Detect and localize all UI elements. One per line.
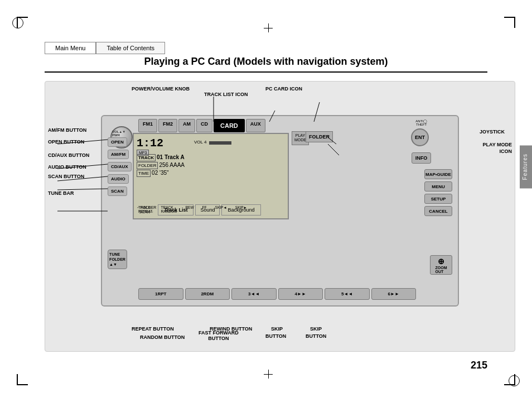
svg-line-4 bbox=[328, 144, 339, 155]
playback-buttons: 1RPT 2RDM 3◄◄ 4►► 5◄◄ 6►► bbox=[138, 288, 416, 300]
label-tune-bar: TUNE BAR bbox=[48, 190, 74, 196]
folder-line: FOLDER256 AAAA bbox=[137, 162, 185, 168]
top-nav: Main Menu Table of Contents bbox=[45, 42, 165, 54]
device-panel: VOL▲▼PWR FM1 FM2 AM CD CARD AUX 1:12 VOL… bbox=[101, 115, 459, 307]
label-pc-card-icon: PC CARD ICON bbox=[265, 86, 302, 92]
svg-line-2 bbox=[269, 111, 275, 122]
tune-folder-button[interactable]: TUNEFOLDER▲▼ bbox=[108, 250, 127, 269]
setup-button[interactable]: SETUP bbox=[424, 194, 452, 204]
label-skip-left: SKIP bbox=[271, 326, 283, 332]
crosshair-top bbox=[264, 23, 273, 32]
label-joystick: JOYSTICK bbox=[480, 129, 505, 135]
label-power-volume-knob: POWER/VOLUME KNOB bbox=[132, 86, 190, 92]
sub-labels-row: TRACKREPEAT TRACKRANDOM REW FF SKIP◄ SKI… bbox=[138, 205, 247, 213]
time-label: TIME bbox=[137, 170, 151, 177]
btn-6skip[interactable]: 6►► bbox=[371, 288, 417, 300]
cd-button[interactable]: CD bbox=[196, 119, 212, 132]
btn-3rew[interactable]: 3◄◄ bbox=[231, 288, 277, 300]
label-button-left: BUTTON bbox=[265, 333, 286, 339]
label-skip-right: SKIP bbox=[310, 326, 322, 332]
vol-label: VOL▲▼PWR bbox=[112, 130, 125, 137]
cdaux-button[interactable]: CD/AUX bbox=[108, 162, 132, 171]
btn-2rdm[interactable]: 2RDM bbox=[185, 288, 230, 300]
menu-button[interactable]: MENU bbox=[424, 181, 452, 192]
fm1-button[interactable]: FM1 bbox=[138, 119, 157, 132]
side-tab: Features bbox=[520, 145, 532, 188]
screen-time: 1:12 bbox=[137, 137, 163, 150]
diagram-area: POWER/VOLUME KNOB PC CARD ICON TRACK LIS… bbox=[45, 81, 515, 352]
btn-5skip[interactable]: 5◄◄ bbox=[325, 288, 370, 300]
track-line: TRACK01 Track A bbox=[137, 154, 185, 160]
track-label: TRACK bbox=[137, 154, 156, 161]
am-button[interactable]: AM bbox=[178, 119, 195, 132]
page-title: Playing a PC Card (Models with navigatio… bbox=[0, 56, 532, 68]
audio-button[interactable]: AUDIO bbox=[108, 174, 129, 184]
aux-button[interactable]: AUX bbox=[246, 119, 265, 132]
zoom-label: ZOOMOUT bbox=[436, 266, 447, 274]
corner-mark-tr bbox=[504, 17, 515, 28]
title-underline bbox=[45, 71, 487, 73]
corner-mark-bl bbox=[17, 374, 28, 385]
label-scan-button: SCAN BUTTON bbox=[48, 174, 84, 179]
ent-button[interactable]: ENT bbox=[411, 128, 429, 146]
label-repeat-button: REPEAT BUTTON bbox=[132, 326, 174, 332]
amfm-button[interactable]: AM/FM bbox=[108, 150, 129, 159]
page-number: 215 bbox=[471, 360, 487, 371]
btn-4ff[interactable]: 4►► bbox=[278, 288, 323, 300]
crosshair-circle-br bbox=[509, 375, 520, 386]
time-line: TIME02 '35" bbox=[137, 170, 169, 176]
map-guide-button[interactable]: MAP•GUIDE bbox=[424, 169, 452, 179]
main-menu-button[interactable]: Main Menu bbox=[45, 42, 96, 54]
crosshair-circle-tl bbox=[12, 17, 23, 28]
btn-1rpt[interactable]: 1RPT bbox=[138, 288, 183, 300]
label-amfm-button: AM/FM BUTTON bbox=[48, 127, 86, 133]
label-open-button: OPEN BUTTON bbox=[48, 139, 84, 145]
label-track-list-icon: TRACK LIST ICON bbox=[204, 92, 248, 97]
screen-vol: VOL 4 bbox=[194, 140, 206, 145]
card-button[interactable]: CARD bbox=[214, 119, 245, 132]
label-fast-forward-button: FAST FORWARDBUTTON bbox=[199, 330, 239, 341]
svg-line-1 bbox=[314, 102, 320, 122]
source-buttons-row: FM1 FM2 AM CD CARD AUX bbox=[138, 119, 265, 132]
label-button-right: BUTTON bbox=[306, 333, 326, 339]
cancel-button[interactable]: CANCEL bbox=[424, 206, 452, 216]
svg-line-8 bbox=[57, 189, 108, 190]
anti-theft-label: ANTI◯THEFT bbox=[415, 119, 427, 126]
label-audio-button: AUDIO BUTTON bbox=[48, 164, 86, 170]
label-play-mode-icon: PLAY MODEICON bbox=[482, 142, 512, 155]
scan-button[interactable]: SCAN bbox=[108, 186, 127, 196]
info-button[interactable]: INFO bbox=[412, 152, 431, 164]
crosshair-bottom bbox=[264, 370, 273, 379]
open-button[interactable]: OPEN bbox=[108, 137, 127, 147]
zoom-out-button[interactable]: ⊕ ZOOMOUT bbox=[430, 255, 452, 275]
label-cd-aux-button: CD/AUX BUTTON bbox=[48, 152, 89, 158]
vol-bar bbox=[209, 141, 231, 145]
folder-button[interactable]: FOLDER bbox=[306, 131, 333, 142]
zoom-icon: ⊕ bbox=[438, 257, 444, 266]
table-of-contents-button[interactable]: Table of Contents bbox=[96, 42, 165, 54]
fm2-button[interactable]: FM2 bbox=[158, 119, 177, 132]
folder-label: FOLDER bbox=[137, 162, 158, 169]
label-random-button: RANDOM BUTTON bbox=[140, 334, 185, 340]
